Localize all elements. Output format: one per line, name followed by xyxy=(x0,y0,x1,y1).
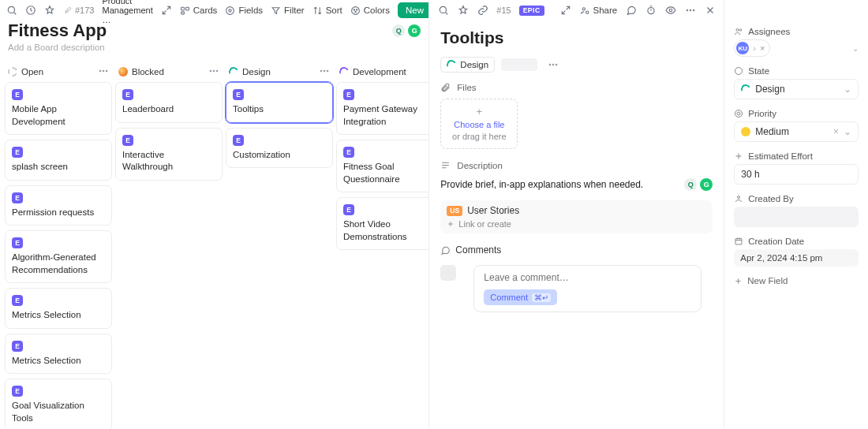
state-chip[interactable]: Design xyxy=(440,57,495,73)
board-card[interactable]: EMetrics Selection xyxy=(5,288,112,329)
board-card[interactable]: EPermission requests xyxy=(5,185,112,226)
clock-icon[interactable] xyxy=(25,5,36,17)
svg-rect-3 xyxy=(181,7,184,10)
board-card[interactable]: ELeaderboard xyxy=(115,82,223,123)
board-card[interactable]: ETooltips xyxy=(226,82,333,123)
column-header[interactable]: Open xyxy=(5,62,112,82)
board-card[interactable]: EMetrics Selection xyxy=(5,334,112,375)
breadcrumb[interactable]: #173 xyxy=(63,6,94,15)
column-header[interactable]: Blocked xyxy=(115,62,223,82)
description-text[interactable]: Provide brief, in-app explanations when … xyxy=(429,175,724,197)
svg-point-8 xyxy=(351,6,359,14)
epic-icon: E xyxy=(122,135,133,146)
svg-rect-4 xyxy=(185,7,189,10)
link-icon[interactable] xyxy=(477,5,488,17)
filter-button[interactable]: Filter xyxy=(271,6,305,16)
timer-icon[interactable] xyxy=(645,5,657,17)
file-dropzone[interactable]: + Choose a file or drag it here xyxy=(440,99,518,149)
share-button[interactable]: Share xyxy=(580,6,618,16)
board-card[interactable]: EShort Video Demonstrations xyxy=(336,197,428,250)
close-icon[interactable] xyxy=(704,5,716,17)
board-card[interactable]: ECustomization xyxy=(226,128,333,169)
board-title[interactable]: Fitness App xyxy=(8,21,392,41)
hint-icon[interactable]: Q xyxy=(392,24,405,37)
remove-assignee-icon[interactable]: × xyxy=(760,43,765,53)
eye-icon[interactable] xyxy=(664,5,676,17)
column-header[interactable]: Development xyxy=(336,62,428,82)
epic-icon: E xyxy=(233,135,244,146)
chevron-down-icon[interactable]: ⌄ xyxy=(844,126,851,137)
priority-select[interactable]: Medium × ⌄ xyxy=(734,121,859,142)
svg-point-40 xyxy=(739,29,742,32)
board-card[interactable]: Esplash screen xyxy=(5,140,112,181)
us-label: User Stories xyxy=(467,205,519,216)
svg-point-38 xyxy=(556,64,557,65)
board-column: Open EMobile App DevelopmentEsplash scre… xyxy=(5,62,112,429)
card-title: Fitness Goal Questionnaire xyxy=(343,161,428,185)
more-icon[interactable] xyxy=(684,5,696,17)
grammarly-icon[interactable]: G xyxy=(700,178,713,191)
us-link-or-create[interactable]: Link or create xyxy=(447,219,706,229)
column-header[interactable]: Design xyxy=(226,62,333,82)
state-icon xyxy=(446,58,458,70)
star-icon[interactable] xyxy=(44,5,55,17)
svg-rect-45 xyxy=(735,239,742,245)
state-icon xyxy=(227,65,239,77)
epic-icon: E xyxy=(343,89,354,100)
svg-point-15 xyxy=(99,70,101,72)
comment-input[interactable] xyxy=(484,272,693,283)
more-icon[interactable] xyxy=(319,65,330,78)
board-card[interactable]: EPayment Gateway Integration xyxy=(336,82,428,135)
assignee-chip[interactable]: KU › × xyxy=(734,39,770,57)
detail-title[interactable]: Tooltips xyxy=(429,21,724,52)
chevron-down-icon[interactable]: ⌄ xyxy=(428,5,429,16)
svg-point-34 xyxy=(690,9,691,11)
clear-icon[interactable]: × xyxy=(833,126,839,137)
effort-input[interactable]: 30 h xyxy=(734,164,859,185)
svg-point-7 xyxy=(226,6,234,14)
svg-point-16 xyxy=(103,70,104,72)
colors-button[interactable]: Colors xyxy=(350,6,390,16)
assignee-ghost[interactable] xyxy=(501,58,537,71)
fields-button[interactable]: Fields xyxy=(225,6,263,16)
card-title: Permission requests xyxy=(12,207,105,219)
card-title: Metrics Selection xyxy=(12,309,105,322)
more-icon[interactable] xyxy=(98,65,109,78)
search-icon[interactable] xyxy=(437,5,449,17)
comment-icon[interactable] xyxy=(625,5,637,17)
search-icon[interactable] xyxy=(6,5,17,17)
chevron-down-icon[interactable]: ⌄ xyxy=(844,84,851,95)
svg-point-11 xyxy=(355,11,356,12)
cards-button[interactable]: Cards xyxy=(180,6,218,16)
chevron-down-icon[interactable]: ⌄ xyxy=(852,44,859,53)
svg-point-21 xyxy=(320,70,322,72)
expand-icon[interactable] xyxy=(161,5,172,17)
board-description[interactable]: Add a Board description xyxy=(0,43,428,58)
detail-id: #15 xyxy=(496,6,511,15)
svg-point-23 xyxy=(327,70,328,72)
grammarly-icon[interactable]: G xyxy=(408,24,421,37)
expand-icon[interactable] xyxy=(560,5,572,17)
comments-header: Comments xyxy=(429,237,724,259)
svg-point-43 xyxy=(737,112,740,115)
more-icon[interactable] xyxy=(208,65,219,78)
comment-box[interactable]: Comment ⌘↵ xyxy=(473,265,702,312)
state-select[interactable]: Design ⌄ xyxy=(734,79,859,99)
board-card[interactable]: EMobile App Development xyxy=(5,82,112,135)
card-title: Goal Visualization Tools xyxy=(12,400,105,424)
hint-icon[interactable]: Q xyxy=(684,178,697,191)
board-card[interactable]: EFitness Goal Questionnaire xyxy=(336,140,428,192)
description-header: Description xyxy=(429,155,724,175)
board-card[interactable]: EAlgorithm-Generated Recommendations xyxy=(5,230,112,283)
new-field-button[interactable]: New Field xyxy=(724,271,868,290)
priority-dot-icon xyxy=(741,127,750,136)
svg-point-22 xyxy=(324,70,325,72)
board-card[interactable]: EGoal Visualization Tools xyxy=(5,379,112,429)
comment-button[interactable]: Comment ⌘↵ xyxy=(484,289,557,305)
new-button[interactable]: New ⌄ xyxy=(398,2,429,18)
more-icon[interactable] xyxy=(547,59,559,71)
star-icon[interactable] xyxy=(457,5,469,17)
sort-button[interactable]: Sort xyxy=(312,6,342,16)
board-card[interactable]: EInteractive Walkthrough xyxy=(115,128,223,181)
detail-state-row: Design xyxy=(429,52,724,77)
